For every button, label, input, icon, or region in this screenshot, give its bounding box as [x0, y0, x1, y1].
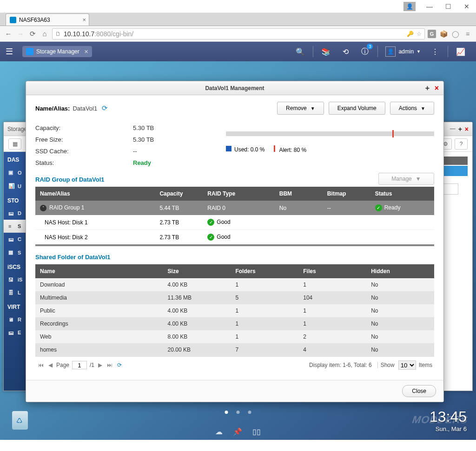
sidebar-cat-dashboard: DAS — [4, 152, 28, 166]
extension-circle-icon[interactable]: ◯ — [451, 29, 460, 39]
info-icon[interactable]: ⓘ3 — [358, 45, 372, 59]
dashboard-icon[interactable]: 📈 — [454, 45, 468, 59]
window-minimize-icon[interactable]: — — [450, 125, 456, 133]
modal-close-icon[interactable]: × — [435, 84, 439, 92]
volume-management-modal: DataVol1 Management + × Name/Alias: Data… — [26, 81, 444, 402]
tab-close-icon[interactable]: × — [82, 16, 86, 23]
key-icon[interactable]: 🔑 — [407, 31, 414, 37]
last-page-icon[interactable]: ⏭ — [106, 362, 113, 368]
recycle-bin[interactable]: ♺ — [10, 411, 30, 433]
shared-folder-row[interactable]: Multimedia11.36 MB5104No — [35, 291, 434, 304]
more-icon[interactable]: ⋮ — [428, 45, 442, 59]
raid-group-row[interactable]: ˄RAID Group 1 5.44 TB RAID 0 No -- ✓Read… — [35, 201, 434, 215]
back-icon[interactable]: ← — [4, 29, 13, 39]
sidebar-cat-storage: STO — [4, 193, 28, 207]
os-titlebar: 👤 — ☐ ✕ — [0, 0, 476, 13]
os-user-icon[interactable]: 👤 — [403, 2, 416, 11]
dot-2[interactable] — [237, 411, 240, 414]
app-tab-storage[interactable]: Storage Manager ✕ — [22, 46, 92, 57]
remove-button[interactable]: Remove▼ — [277, 102, 324, 115]
desktop: Storage I — + × ▦ ⚙ ? DAS ▣O 📊U STO 🖴D ≡… — [0, 61, 476, 440]
disk-row[interactable]: NAS Host: Disk 1 2.73 TB ✓Good — [35, 215, 434, 230]
pager-refresh-icon[interactable]: ⟳ — [116, 362, 123, 368]
disk-row[interactable]: NAS Host: Disk 2 2.73 TB ✓Good — [35, 230, 434, 246]
extension-box-icon[interactable]: 📦 — [439, 29, 448, 39]
maximize-button[interactable]: ☐ — [439, 0, 457, 13]
col-bitmap: Bitmap — [323, 187, 370, 201]
sidebar-item-utilization[interactable]: 📊U — [4, 179, 28, 193]
col-raidtype: RAID Type — [203, 187, 274, 201]
url-text: 10.10.10.7:8080/cgi-bin/ — [64, 30, 407, 38]
shared-folder-row[interactable]: Download4.00 KB11No — [35, 278, 434, 291]
collapse-icon[interactable]: ˄ — [40, 205, 46, 211]
shared-folder-row[interactable]: Web8.00 KB12No — [35, 330, 434, 343]
hamburger-icon[interactable]: ☰ — [6, 46, 17, 57]
app-tab-label: Storage Manager — [36, 48, 79, 55]
actions-button[interactable]: Actions▼ — [390, 102, 434, 115]
shared-folder-row[interactable]: homes20.00 KB74No — [35, 343, 434, 356]
sync-icon[interactable]: ⟲ — [338, 45, 352, 59]
refresh-icon[interactable]: ⟳ — [102, 104, 108, 112]
cloud-icon[interactable]: ☁ — [215, 427, 223, 436]
sidebar-item-external[interactable]: 🖴E — [4, 326, 28, 339]
bookmark-icon[interactable]: ☆ — [416, 31, 422, 37]
page-input[interactable] — [72, 361, 87, 369]
search-icon[interactable]: 🔍 — [293, 45, 307, 59]
chrome-menu-icon[interactable]: ≡ — [463, 29, 472, 39]
raid-table: Name/Alias Capacity RAID Type BBM Bitmap… — [35, 187, 434, 246]
shared-folder-title: Shared Folder of DataVol1 — [35, 254, 434, 261]
shared-folder-row[interactable]: Public4.00 KB11No — [35, 304, 434, 317]
clock: 13:45 Sun., Mar 6 — [430, 408, 467, 432]
minimize-button[interactable]: — — [420, 0, 439, 13]
toolbar-grid-icon[interactable]: ▦ — [8, 138, 21, 150]
storage-sidebar: DAS ▣O 📊U STO 🖴D ≡S 🖴C ▦S iSCS 🖫iS 🗄L VI… — [4, 152, 28, 391]
sidebar-cat-virtual: VIRT — [4, 299, 28, 313]
reload-icon[interactable]: ⟳ — [28, 29, 37, 39]
capacity-label: Capacity: — [35, 124, 133, 131]
window-close-icon[interactable]: × — [465, 125, 469, 133]
desktop-pager-dots[interactable] — [225, 411, 251, 414]
status-label: Status: — [35, 159, 133, 166]
sidebar-item-cache[interactable]: 🖴C — [4, 233, 28, 246]
prev-page-icon[interactable]: ◀ — [47, 362, 53, 368]
sidebar-item-snapshot[interactable]: ▦S — [4, 246, 28, 259]
shared-folder-row[interactable]: Recordings4.00 KB11No — [35, 317, 434, 330]
book-icon[interactable]: ▯▯ — [252, 427, 261, 436]
sf-col-size: Size — [163, 264, 231, 278]
window-maximize-icon[interactable]: + — [458, 125, 462, 133]
page-size-select[interactable]: 10 — [398, 360, 416, 370]
app-tab-close-icon[interactable]: ✕ — [84, 49, 88, 55]
first-page-icon[interactable]: ⏮ — [37, 362, 45, 368]
next-page-icon[interactable]: ▶ — [97, 362, 103, 368]
address-bar[interactable]: 🗋 10.10.10.7:8080/cgi-bin/ 🔑 ☆ — [52, 28, 425, 39]
home-icon[interactable]: ⌂ — [40, 29, 49, 39]
user-menu[interactable]: 👤 admin ▼ — [385, 46, 421, 57]
expand-volume-button[interactable]: Expand Volume — [329, 102, 385, 115]
legend-alert: Alert: 80 % — [274, 145, 306, 153]
sidebar-item-storage-space[interactable]: ≡S — [4, 220, 28, 233]
sidebar-item-lun[interactable]: 🗄L — [4, 286, 28, 299]
dot-3[interactable] — [248, 411, 251, 414]
modal-maximize-icon[interactable]: + — [425, 84, 430, 92]
sidebar-item-remote[interactable]: 🖥R — [4, 313, 28, 326]
desktop-tray: ☁ 📌 ▯▯ — [215, 427, 261, 436]
browser-tab[interactable]: NASF63A63 × — [6, 13, 89, 26]
sidebar-item-iscsi-storage[interactable]: 🖫iS — [4, 273, 28, 286]
clock-time: 13:45 — [430, 408, 467, 425]
os-close-button[interactable]: ✕ — [457, 0, 476, 13]
toolbar-help-icon[interactable]: ? — [455, 138, 468, 150]
sidebar-item-overview[interactable]: ▣O — [4, 166, 28, 179]
extension-g-icon[interactable]: G — [428, 30, 436, 38]
dot-1[interactable] — [225, 411, 228, 414]
free-label: Free Size: — [35, 136, 133, 143]
browser-toolbar: ← → ⟳ ⌂ 🗋 10.10.10.7:8080/cgi-bin/ 🔑 ☆ G… — [0, 26, 476, 42]
pin-icon[interactable]: 📌 — [233, 427, 242, 436]
legend-used: Used: 0.0 % — [226, 146, 264, 153]
close-button[interactable]: Close — [402, 385, 436, 397]
storage-app-icon — [26, 48, 33, 55]
sidebar-item-disks[interactable]: 🖴D — [4, 207, 28, 220]
tab-title: NASF63A63 — [19, 17, 50, 23]
page-icon: 🗋 — [55, 31, 61, 37]
manage-button[interactable]: Manage▼ — [378, 173, 434, 185]
volume-group-icon[interactable]: 📚 — [319, 45, 333, 59]
